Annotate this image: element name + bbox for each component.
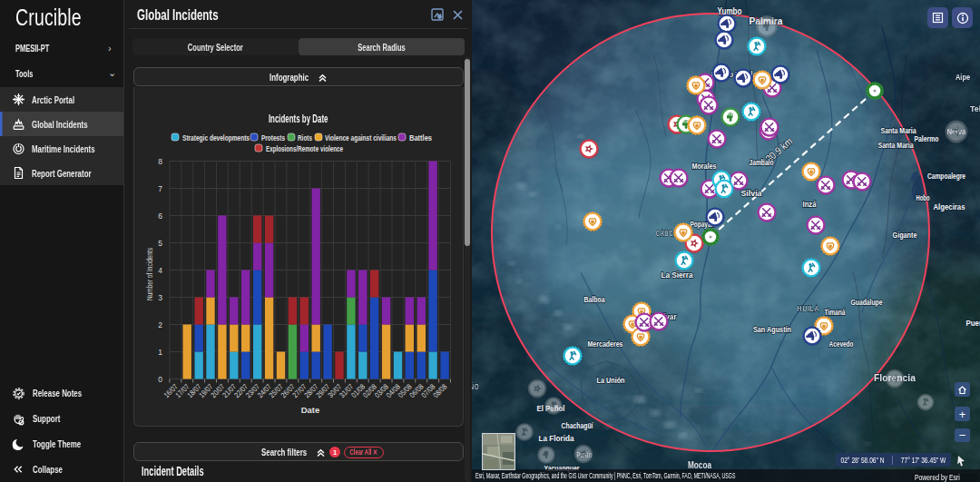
svg-text:4: 4 (158, 266, 162, 275)
svg-text:Riots: Riots (298, 133, 312, 143)
svg-text:Jambaló: Jambaló (750, 158, 774, 167)
svg-text:08/08: 08/08 (431, 382, 449, 400)
svg-text:La Sierra: La Sierra (662, 271, 693, 280)
svg-text:Gigante: Gigante (893, 231, 917, 240)
svg-text:La Florida: La Florida (539, 434, 574, 443)
svg-text:Mercaderes: Mercaderes (588, 339, 623, 349)
svg-text:La Unión: La Unión (597, 376, 625, 385)
svg-text:Santa Maria: Santa Maria (878, 141, 914, 150)
svg-text:Palermo: Palermo (915, 134, 939, 143)
svg-text:Guadalupe: Guadalupe (851, 298, 883, 307)
svg-text:Violence against civilians: Violence against civilians (325, 133, 397, 143)
svg-text:8: 8 (158, 157, 162, 166)
svg-text:3: 3 (158, 293, 162, 302)
svg-text:2: 2 (158, 320, 162, 330)
svg-text:Aipe: Aipe (956, 73, 970, 82)
svg-text:Protests: Protests (261, 133, 285, 143)
svg-text:HUILA: HUILA (798, 303, 819, 313)
svg-text:7: 7 (158, 184, 162, 193)
svg-text:Timaná: Timaná (825, 308, 846, 317)
svg-text:Campoalegre: Campoalegre (927, 172, 965, 181)
svg-text:Tello: Tello (970, 104, 980, 113)
svg-text:Balboa: Balboa (584, 295, 605, 304)
svg-text:Silvia: Silvia (741, 189, 762, 198)
svg-text:6: 6 (158, 211, 162, 221)
svg-text:Puerto: Puerto (966, 318, 980, 328)
svg-text:Battles: Battles (409, 133, 432, 143)
svg-text:Acevedo: Acevedo (829, 339, 854, 349)
svg-text:0: 0 (158, 375, 162, 384)
svg-text:1: 1 (158, 348, 162, 357)
svg-text:Date: Date (301, 405, 320, 415)
svg-text:San Agustín: San Agustín (753, 325, 791, 334)
svg-text:Santa Maria: Santa Maria (881, 126, 916, 135)
svg-text:NARIÑO: NARIÑO (472, 381, 480, 391)
svg-text:Inzá: Inzá (803, 200, 817, 209)
svg-text:Strategic developments: Strategic developments (182, 133, 250, 143)
svg-text:Number of Incidents: Number of Incidents (145, 248, 154, 300)
svg-text:Morales: Morales (692, 162, 717, 171)
svg-text:Hobo: Hobo (916, 193, 930, 202)
svg-text:Algeciras: Algeciras (934, 202, 965, 211)
svg-text:Explosions/Remote violence: Explosions/Remote violence (266, 144, 343, 153)
svg-text:Chachagüí: Chachagüí (562, 421, 593, 430)
svg-text:5: 5 (158, 239, 162, 248)
